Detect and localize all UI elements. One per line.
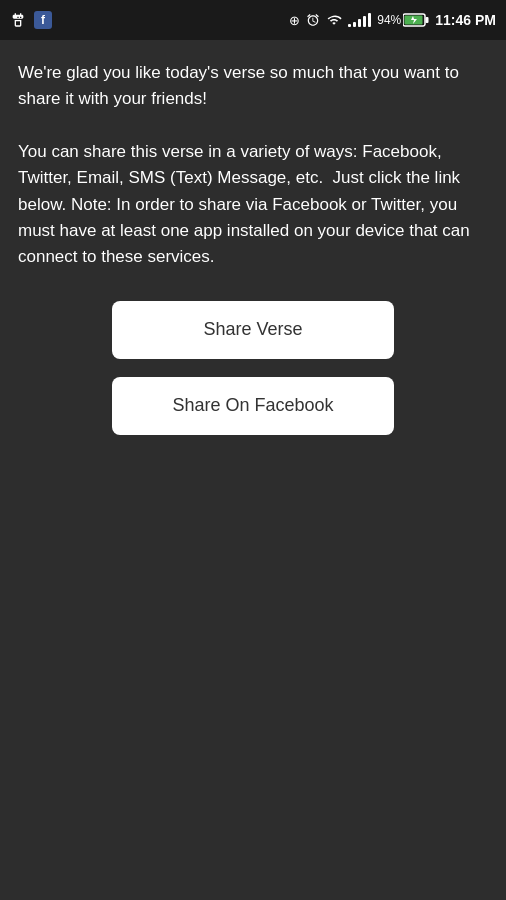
signal-bars — [348, 13, 371, 27]
description-text: We're glad you like today's verse so muc… — [18, 60, 488, 271]
wifi-icon — [326, 13, 342, 27]
share-facebook-button[interactable]: Share On Facebook — [112, 377, 394, 435]
usb-icon — [10, 12, 26, 28]
battery-container: 94% — [377, 13, 429, 27]
battery-icon — [403, 13, 429, 27]
status-bar-right: ⊕ 94% 11:46 PM — [289, 12, 496, 28]
status-bar-left: f — [10, 11, 52, 29]
bar2 — [353, 22, 356, 27]
bar5 — [368, 13, 371, 27]
battery-percentage: 94% — [377, 13, 401, 27]
svg-rect-1 — [426, 17, 429, 23]
status-bar: f ⊕ 94% — [0, 0, 506, 40]
button-container: Share Verse Share On Facebook — [18, 301, 488, 435]
main-content: We're glad you like today's verse so muc… — [0, 40, 506, 455]
time-display: 11:46 PM — [435, 12, 496, 28]
share-verse-button[interactable]: Share Verse — [112, 301, 394, 359]
bar4 — [363, 16, 366, 27]
alarm-icon — [306, 13, 320, 27]
cast-icon: ⊕ — [289, 13, 300, 28]
bar3 — [358, 19, 361, 27]
bar1 — [348, 24, 351, 27]
facebook-icon: f — [34, 11, 52, 29]
